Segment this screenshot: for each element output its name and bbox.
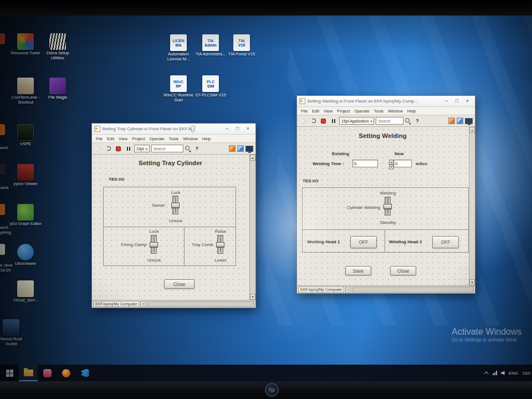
desktop-icon-virtual-serial[interactable]: Virtual_Seri...	[9, 280, 42, 303]
menu-tools[interactable]: Tools	[167, 136, 181, 141]
run-continuous-button[interactable]	[309, 117, 318, 125]
maximize-button[interactable]: □	[232, 125, 243, 134]
maximize-button[interactable]: □	[452, 97, 462, 106]
spin-down-icon[interactable]: ▾	[389, 165, 393, 170]
scroll-down-icon[interactable]: ▼	[250, 294, 255, 300]
slider-handle[interactable]	[171, 203, 180, 208]
scroll-up-icon[interactable]: ▲	[469, 127, 475, 133]
close-window-button[interactable]: ×	[462, 97, 473, 106]
edge-cut-label[interactable]: e Java 18-09	[0, 263, 12, 273]
welding-head2-off-button[interactable]: OFF	[432, 236, 459, 248]
scroll-up-icon[interactable]: ▲	[250, 155, 255, 161]
edge-cut-icon[interactable]	[0, 204, 5, 215]
menu-project[interactable]: Project	[130, 136, 147, 141]
search-icon[interactable]	[185, 146, 191, 152]
language-indicator[interactable]: ENG	[509, 371, 518, 376]
menu-window[interactable]: Window	[181, 136, 200, 141]
edge-cut-label[interactable]: arch ything	[0, 225, 11, 235]
close-panel-button[interactable]: Close	[164, 279, 195, 289]
align-palette-icon[interactable]	[229, 145, 236, 152]
cylinder-welding-slider[interactable]	[385, 197, 391, 216]
menu-project[interactable]: Project	[335, 109, 352, 114]
menu-help[interactable]: Help	[405, 109, 418, 114]
run-button[interactable]	[94, 145, 103, 153]
slider-handle[interactable]	[383, 204, 392, 209]
desktop-icon-nexus-root-toolkit[interactable]: Nexus Root Toolkit	[0, 319, 28, 346]
menu-file[interactable]: File	[94, 136, 105, 141]
menu-operate[interactable]: Operate	[147, 136, 167, 141]
taskbar-app-pink[interactable]	[38, 365, 57, 381]
slider-handle[interactable]	[216, 242, 224, 247]
search-icon[interactable]	[405, 118, 411, 124]
abort-button[interactable]	[114, 145, 122, 153]
context-tab[interactable]: EKF.lvproj/My Computer	[93, 301, 139, 307]
titlebar[interactable]: Setting Tray Cylinder.vi Front Panel on …	[92, 124, 255, 135]
abort-button[interactable]	[319, 117, 328, 125]
vertical-scrollbar[interactable]: ▲ ▼	[469, 127, 475, 285]
clock[interactable]: 15/0	[522, 371, 532, 376]
help-button[interactable]: ?	[413, 117, 421, 125]
increment-decrement-control[interactable]: ▴ ▾	[389, 160, 393, 167]
horizontal-scrollbar[interactable]	[352, 287, 474, 293]
edge-cut-icon[interactable]	[0, 164, 5, 175]
search-input[interactable]	[376, 117, 403, 125]
spin-up-icon[interactable]: ▴	[389, 160, 393, 165]
tray-comb-slider[interactable]	[217, 235, 223, 254]
save-button[interactable]: Save	[345, 266, 371, 275]
context-tab[interactable]: EKF.lvproj/My Computer	[298, 287, 344, 293]
minimize-button[interactable]: –	[441, 97, 452, 106]
menu-file[interactable]: File	[299, 109, 310, 114]
close-window-button[interactable]: ×	[243, 125, 253, 134]
run-button[interactable]	[299, 117, 308, 125]
resize-palette-icon[interactable]	[457, 117, 463, 124]
minimize-button[interactable]: –	[222, 125, 232, 134]
welding-time-existing-field[interactable]: 0	[352, 160, 378, 167]
edge-cut-icon[interactable]	[0, 33, 5, 44]
edge-cut-label[interactable]: arch	[0, 145, 8, 150]
network-icon[interactable]	[493, 371, 497, 375]
swivel-slider[interactable]	[172, 196, 178, 214]
desktop-icon-wincc-runtime[interactable]: WinC RP WinCC Runtime Start	[162, 75, 195, 103]
horizontal-scrollbar[interactable]	[147, 301, 254, 307]
menu-edit[interactable]: Edit	[310, 109, 321, 114]
menu-window[interactable]: Window	[386, 109, 405, 114]
desktop-icon-tia-portal-v15[interactable]: TIA V15 TIA Portal V15	[225, 34, 258, 57]
desktop-icon-coolterm[interactable]: CoolTerm.exe - Shortcut	[9, 78, 42, 105]
scroll-left-button[interactable]: ‹	[140, 301, 146, 307]
slider-handle[interactable]	[150, 242, 158, 247]
menu-view[interactable]: View	[321, 109, 335, 114]
fixing-clamp-slider[interactable]	[151, 235, 157, 254]
align-palette-icon[interactable]	[448, 117, 455, 124]
desktop-icon-tia-administrator[interactable]: TIA Admin TIA Administra...	[194, 34, 227, 57]
start-button[interactable]	[0, 365, 19, 381]
tray-chevron-icon[interactable]	[484, 371, 488, 376]
edge-cut-icon[interactable]	[0, 124, 5, 135]
pause-button[interactable]	[124, 145, 132, 153]
help-button[interactable]: ?	[193, 145, 201, 153]
menu-tools[interactable]: Tools	[372, 109, 386, 114]
welding-time-new-field[interactable]: 0	[393, 160, 412, 167]
scroll-left-button[interactable]: ‹	[345, 287, 351, 293]
desktop-icon-yed[interactable]: yEd Graph Editor	[9, 204, 42, 227]
menu-help[interactable]: Help	[200, 136, 213, 141]
desktop-icon-pylon-viewer[interactable]: pylon Viewer	[9, 164, 42, 187]
menu-edit[interactable]: Edit	[105, 136, 116, 141]
titlebar[interactable]: Setting Welding.vi Front Panel on EKF.lv…	[297, 96, 475, 107]
desktop-icon-file-magic[interactable]: File Magic	[41, 78, 74, 100]
edge-cut-icon[interactable]	[0, 244, 5, 255]
edge-cut-label[interactable]: sack	[0, 185, 8, 190]
desktop-icon-zebra-setup[interactable]: Zebra Setup Utilities	[41, 33, 74, 60]
menu-view[interactable]: View	[116, 136, 130, 141]
desktop-icon-automation-license-manager[interactable]: LICEN MA Automation License M...	[162, 34, 195, 62]
run-continuous-button[interactable]	[104, 145, 112, 153]
desktop-icon-s7-plcsim[interactable]: PLC SIM S7-PLCSIM V15	[194, 75, 227, 98]
desktop-icon-vspe[interactable]: VSPE	[9, 124, 42, 147]
pause-button[interactable]	[329, 117, 337, 125]
vertical-scrollbar[interactable]: ▲ ▼	[249, 155, 255, 300]
taskbar-firefox[interactable]	[57, 365, 75, 381]
close-panel-button[interactable]: Close	[390, 266, 416, 275]
desktop-icon-ultraviewer[interactable]: UltraViewer	[9, 244, 42, 267]
menu-operate[interactable]: Operate	[352, 109, 372, 114]
search-input[interactable]	[151, 145, 183, 152]
volume-icon[interactable]	[501, 371, 505, 375]
